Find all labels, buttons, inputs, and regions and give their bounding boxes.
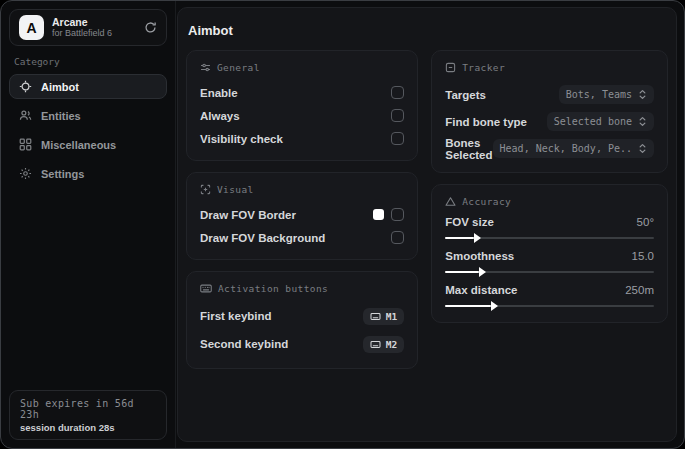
activation-buttons-card: Activation buttons First keybind M1 — [186, 271, 418, 369]
sub-expires-text: Sub expires in 56d 23h — [20, 398, 156, 420]
keyboard-icon — [370, 340, 381, 349]
crosshair-icon — [19, 80, 32, 93]
app-header: A Arcane for Battlefield 6 — [9, 9, 167, 46]
entities-icon — [19, 109, 32, 122]
sidebar-item-entities[interactable]: Entities — [9, 103, 167, 128]
card-title: Activation buttons — [218, 283, 328, 294]
dropdown-value: Selected bone — [554, 116, 632, 127]
fov-size-slider[interactable] — [445, 237, 654, 239]
sidebar-item-label: Settings — [41, 168, 84, 180]
app-name: Arcane — [52, 16, 136, 28]
first-keybind-button[interactable]: M1 — [363, 308, 404, 325]
fov-border-color-swatch[interactable] — [373, 209, 384, 220]
sidebar-item-label: Miscellaneous — [41, 139, 116, 151]
sidebar-nav: Aimbot Entities Miscella — [1, 74, 175, 186]
dropdown-value: Bots, Teams — [566, 89, 632, 100]
option-label: Enable — [200, 87, 238, 99]
option-label: Second keybind — [200, 338, 288, 350]
focus-icon — [200, 184, 211, 195]
page-title: Aimbot — [188, 23, 668, 38]
visibility-check-checkbox[interactable] — [391, 132, 404, 145]
dropdown-value: Head, Neck, Body, Pe.. — [500, 143, 632, 154]
draw-fov-border-checkbox[interactable] — [391, 208, 404, 221]
grid-icon — [19, 138, 32, 151]
scan-icon — [445, 62, 456, 73]
smoothness-setting: Smoothness 15.0 — [445, 250, 654, 273]
card-title: Tracker — [462, 62, 505, 73]
keyboard-icon — [370, 312, 381, 321]
keybind-value: M2 — [386, 339, 397, 350]
option-label: Bones Selected — [445, 137, 492, 161]
general-card: General Enable Always Visibility check — [186, 50, 418, 161]
keybind-value: M1 — [386, 311, 397, 322]
sidebar-item-label: Entities — [41, 110, 81, 122]
sidebar-item-settings[interactable]: Settings — [9, 161, 167, 186]
chevrons-up-down-icon — [638, 143, 647, 154]
visual-card: Visual Draw FOV Border Draw FOV Backgrou… — [186, 172, 418, 260]
option-label: Always — [200, 110, 240, 122]
card-title: Visual — [217, 184, 254, 195]
always-checkbox[interactable] — [391, 109, 404, 122]
option-label: FOV size — [445, 216, 494, 228]
slider-value: 250m — [625, 284, 654, 296]
slider-value: 15.0 — [632, 250, 654, 262]
option-label: Targets — [445, 89, 486, 101]
session-duration-text: session duration 28s — [20, 422, 156, 433]
card-title: Accuracy — [462, 196, 511, 207]
fov-size-setting: FOV size 50° — [445, 216, 654, 239]
option-label: Smoothness — [445, 250, 514, 262]
option-label: First keybind — [200, 310, 272, 322]
keyboard-icon — [200, 283, 212, 294]
draw-fov-background-checkbox[interactable] — [391, 231, 404, 244]
gear-icon — [19, 167, 32, 180]
option-label: Draw FOV Background — [200, 232, 325, 244]
find-bone-type-dropdown[interactable]: Selected bone — [547, 112, 654, 131]
sidebar-item-label: Aimbot — [41, 81, 79, 93]
card-title: General — [217, 62, 260, 73]
sidebar-item-aimbot[interactable]: Aimbot — [9, 74, 167, 99]
sidebar: A Arcane for Battlefield 6 Category Aimb… — [1, 1, 176, 448]
sidebar-item-miscellaneous[interactable]: Miscellaneous — [9, 132, 167, 157]
max-distance-setting: Max distance 250m — [445, 284, 654, 307]
option-label: Find bone type — [445, 116, 527, 128]
option-label: Max distance — [445, 284, 517, 296]
chevrons-up-down-icon — [638, 116, 647, 127]
tracker-card: Tracker Targets Bots, Teams — [431, 50, 668, 173]
app-window: A Arcane for Battlefield 6 Category Aimb… — [0, 0, 685, 449]
main-panel: Aimbot General Enable — [177, 7, 677, 442]
chevrons-up-down-icon — [638, 89, 647, 100]
option-label: Visibility check — [200, 133, 283, 145]
sync-icon[interactable] — [144, 21, 157, 34]
targets-dropdown[interactable]: Bots, Teams — [559, 85, 654, 104]
subscription-info: Sub expires in 56d 23h session duration … — [9, 390, 167, 440]
triangle-icon — [445, 196, 456, 207]
option-label: Draw FOV Border — [200, 209, 296, 221]
enable-checkbox[interactable] — [391, 86, 404, 99]
app-logo: A — [19, 15, 44, 40]
slider-value: 50° — [637, 216, 654, 228]
accuracy-card: Accuracy FOV size 50° Smoothness — [431, 184, 668, 323]
max-distance-slider[interactable] — [445, 305, 654, 307]
bones-selected-dropdown[interactable]: Head, Neck, Body, Pe.. — [493, 139, 654, 158]
sliders-icon — [200, 62, 211, 73]
category-label: Category — [14, 56, 162, 67]
smoothness-slider[interactable] — [445, 271, 654, 273]
second-keybind-button[interactable]: M2 — [363, 336, 404, 353]
app-subtitle: for Battlefield 6 — [52, 28, 136, 38]
